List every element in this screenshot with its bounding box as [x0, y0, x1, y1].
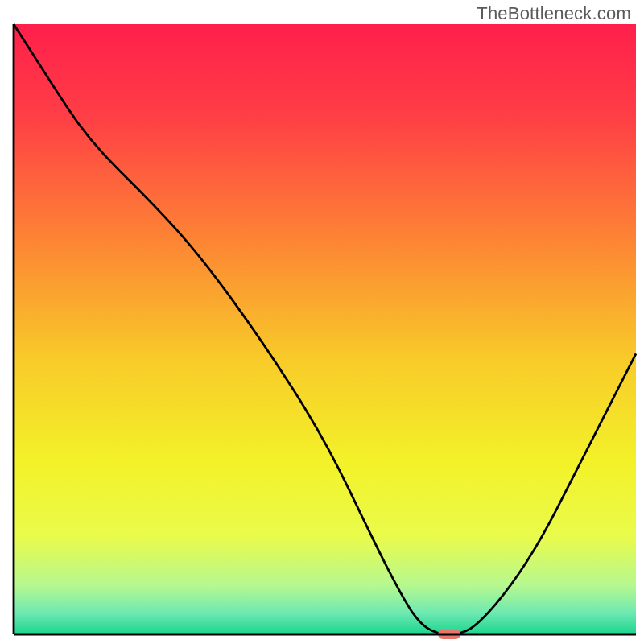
chart-container: TheBottleneck.com — [0, 0, 644, 644]
bottleneck-chart — [0, 0, 644, 644]
watermark-text: TheBottleneck.com — [477, 3, 631, 24]
plot-background — [14, 24, 636, 634]
